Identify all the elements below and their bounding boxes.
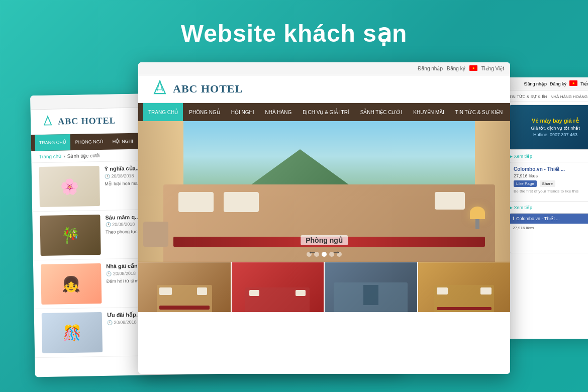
front-hero: Phòng ngủ ← → [138,121,510,262]
thumb-1[interactable] [138,262,232,312]
front-header: ABC HOTEL [138,75,510,103]
front-language-select[interactable]: Tiếng Việt [481,66,504,71]
front-navbar: TRANG CHỦ PHÒNG NGỦ HỘI NGHI NHÀ HÀNG DỊ… [138,103,510,121]
lamp-shade [470,207,485,219]
right-fb-icon: f [513,216,514,221]
thumb-2-bg [232,262,324,312]
thumb-3-bg [325,262,417,312]
front-register-link[interactable]: Đăng ký [447,66,465,71]
thumb-4[interactable] [418,262,511,312]
thumb-1-bg [138,262,231,312]
front-nav-nha[interactable]: NHÀ HÀNG [260,103,297,121]
right-register-link[interactable]: Đăng ký [550,81,566,86]
hero-caption: Phòng ngủ [301,235,348,245]
svg-point-9 [159,80,161,82]
thumb-4-bg [418,262,511,312]
back-logo-text: ABC HOTEL [58,115,116,127]
article-3-image [41,263,102,305]
front-logo-text: ABC HOTEL [173,82,243,95]
front-nav-dich[interactable]: DỊCH VỤ & GIẢI TRÍ [298,103,354,121]
hero-prev-arrow[interactable]: ← [308,247,317,258]
front-nav-home[interactable]: TRANG CHỦ [143,103,183,121]
svg-line-3 [48,116,50,123]
page-title: Website khách sạn [181,19,408,47]
right-xem-tiep-1[interactable]: Xem tiếp [509,154,588,159]
fb-like-button[interactable]: Like Page [514,180,537,187]
front-nav-nhhau[interactable]: NHÀ HÀNG HOÀNG HẬU [509,103,510,121]
browser-stack: Đăng nhập Đăng ký Tiếng Việt ABC HOTEL [73,62,515,374]
room-chair [143,222,168,247]
front-flag-icon [469,65,477,72]
right-login-link[interactable]: Đăng nhập [524,81,547,86]
right-nav-tin[interactable]: TIN TỨC & SỰ KIỆN [509,94,547,99]
right-fb-likes: 27,916 likes [514,173,588,178]
thumb-2[interactable] [232,262,325,312]
right-flag-icon [569,80,577,87]
svg-line-2 [45,116,48,123]
right-ad-phone: Hotline: 0907.307.463 [531,132,580,137]
front-nav-tin[interactable]: TIN TỨC & SỰ KIỆN [450,103,508,121]
front-topbar: Đăng nhập Đăng ký Tiếng Việt [138,62,510,75]
room-lamp [470,207,485,232]
breadcrumb-home[interactable]: Trang chủ [39,153,61,159]
hero-next-arrow[interactable]: → [332,247,341,258]
right-ad-box: Vé máy bay giá rẻ Giá tốt, dịch vụ tốt n… [509,105,588,150]
right-fb-box-2: f Colombo.vn - Thiết ... 27,916 likes [509,213,588,253]
right-fb-stats: 27,916 likes [510,224,588,232]
front-nav-sanh[interactable]: SẢNH TIỆC CƯỚI [355,103,408,121]
breadcrumb-current: Sảnh tiệc cưới [67,153,100,159]
article-4-image [42,312,103,353]
bed-pillow-3 [435,192,465,210]
right-fb-cta: Be the first of your friends to like thi… [514,189,588,193]
bed-pillow-2 [224,192,259,212]
thumb-3[interactable] [325,262,418,312]
right-panel: Đăng nhập Đăng ký Tiếng Việt TIN TỨC & S… [505,77,588,339]
right-language[interactable]: Tiếng Việt [580,81,588,86]
right-panel-topbar: Đăng nhập Đăng ký Tiếng Việt [505,77,588,90]
back-nav-item-home[interactable]: TRANG CHỦ [35,134,71,151]
back-nav-item-hoi[interactable]: HỘI NGHI [109,133,138,150]
right-xem-tiep-2[interactable]: Xem tiếp [509,205,588,210]
front-logo: ABC HOTEL [151,80,243,98]
right-ad-title: Vé máy bay giá rẻ [531,118,580,124]
front-login-link[interactable]: Đăng nhập [418,66,443,71]
front-nav-phong[interactable]: PHÒNG NGỦ [184,103,225,121]
front-nav-khuyen[interactable]: KHUYẾN MÃI [408,103,449,121]
fb-share-button[interactable]: Share [540,180,555,187]
back-logo: ABC HOTEL [41,114,116,129]
right-fb-likes-2: 27,916 likes [513,226,534,230]
thumb-row [138,262,510,312]
window-view [183,121,475,191]
browser-front: Đăng nhập Đăng ký Tiếng Việt ABC HOTEL T… [138,62,510,374]
breadcrumb-separator: › [63,153,65,159]
right-panel-content: TIN TỨC & SỰ KIỆN NHÀ HÀNG HOÀNG HẬU Vé … [505,90,588,257]
lamp-base [475,219,479,229]
bed-pillow-1 [178,192,214,212]
article-1-image [39,166,100,207]
front-nav-hoi[interactable]: HỘI NGHI [226,103,259,121]
right-fb-page-name-2: Colombo.vn - Thiết ... [516,216,560,221]
svg-marker-5 [154,81,165,93]
right-fb-box: Colombo.vn - Thiết ... 27,916 likes Like… [509,162,588,202]
article-2-image [40,215,101,256]
right-ad-subtitle: Giá tốt, dịch vụ tốt nhất [531,126,580,131]
right-nav-nhhau[interactable]: NHÀ HÀNG HOÀNG HẬU [551,94,588,99]
back-nav-item-phong[interactable]: PHÒNG NGỦ [71,134,108,150]
right-fb-page-name: Colombo.vn - Thiết ... [514,166,588,172]
